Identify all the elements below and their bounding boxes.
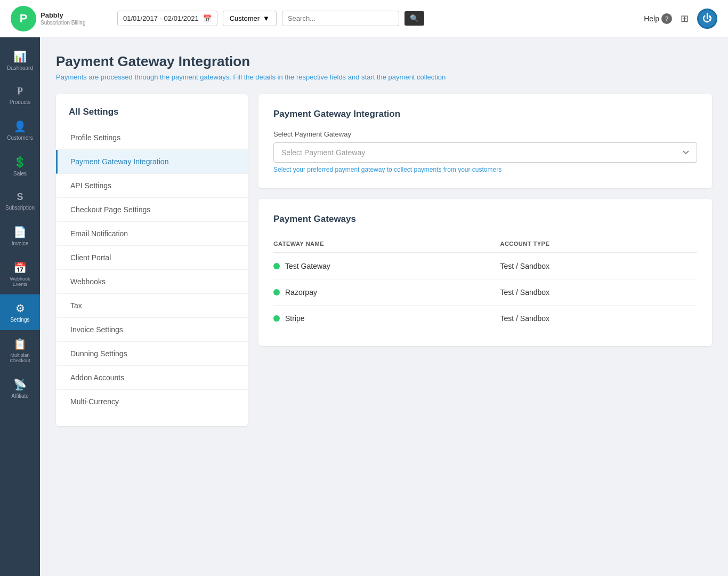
settings-menu-addon[interactable]: Addon Accounts (56, 366, 248, 390)
date-range-picker[interactable]: 01/01/2017 - 02/01/2021 📅 (117, 11, 217, 26)
customer-dropdown-label: Customer (230, 14, 260, 22)
search-icon: 🔍 (410, 14, 419, 22)
sidebar-item-multiplan[interactable]: 📋 Multiplan Checkout (0, 330, 40, 371)
subscription-icon: S (17, 191, 23, 203)
right-panels: Payment Gateway Integration Select Payme… (258, 94, 712, 346)
page-title: Payment Gateway Integration (56, 53, 712, 70)
settings-menu-email[interactable]: Email Notification (56, 222, 248, 246)
sidebar-item-webhook[interactable]: 📅 Webhook Events (0, 254, 40, 294)
webhook-icon: 📅 (13, 261, 27, 274)
dashboard-icon: 📊 (13, 50, 27, 63)
all-settings-panel: All Settings Profile Settings Payment Ga… (56, 94, 248, 426)
settings-menu-invoice[interactable]: Invoice Settings (56, 318, 248, 342)
subtitle-suffix: . Fill the details in the respective fie… (229, 73, 446, 81)
search-bar (282, 11, 399, 26)
settings-menu-checkout[interactable]: Checkout Page Settings (56, 198, 248, 222)
sidebar-item-subscription[interactable]: S Subscription (0, 184, 40, 218)
main-content: Payment Gateway Integration Payments are… (40, 37, 728, 576)
settings-menu-dunning[interactable]: Dunning Settings (56, 342, 248, 366)
gateway-name-cell: Stripe (273, 306, 500, 332)
header-controls: 01/01/2017 - 02/01/2021 📅 Customer ▼ 🔍 (117, 11, 644, 26)
sales-icon: 💲 (13, 156, 27, 169)
sidebar-item-dashboard[interactable]: 📊 Dashboard (0, 43, 40, 78)
gateway-name-test: Test Gateway (285, 262, 330, 270)
search-button[interactable]: 🔍 (405, 11, 424, 26)
top-header: P Pabbly Subscription Billing 01/01/2017… (0, 0, 728, 37)
date-range-value: 01/01/2017 - 02/01/2021 (123, 14, 199, 22)
sidebar-item-sales[interactable]: 💲 Sales (0, 148, 40, 184)
sidebar-item-products[interactable]: P Products (0, 78, 40, 113)
sidebar-label-webhook: Webhook Events (3, 276, 37, 287)
grid-icon[interactable]: ⊞ (681, 13, 689, 25)
customers-icon: 👤 (13, 120, 27, 133)
col-account-type: ACCOUNT TYPE (500, 235, 697, 253)
dropdown-arrow-icon: ▼ (263, 14, 270, 22)
table-row: Razorpay Test / Sandbox (273, 279, 697, 306)
settings-menu-currency[interactable]: Multi-Currency (56, 390, 248, 413)
account-type-test: Test / Sandbox (500, 253, 697, 279)
power-icon: ⏻ (702, 13, 712, 24)
select-gateway-hint: Select your preferred payment gateway to… (273, 166, 697, 173)
sidebar-label-multiplan: Multiplan Checkout (3, 353, 37, 363)
status-dot-stripe (273, 315, 280, 322)
header-right: Help ? ⊞ ⏻ (644, 9, 717, 29)
app-body: 📊 Dashboard P Products 👤 Customers 💲 Sal… (0, 37, 728, 576)
settings-menu-client-portal[interactable]: Client Portal (56, 246, 248, 270)
payment-gateways-title: Payment Gateways (273, 214, 697, 225)
affiliate-icon: 📡 (13, 378, 27, 391)
sidebar-item-affiliate[interactable]: 📡 Affiliate (0, 371, 40, 406)
sidebar-item-settings[interactable]: ⚙ Settings (0, 294, 40, 330)
select-gateway-label: Select Payment Gateway (273, 130, 697, 138)
invoice-icon: 📄 (13, 226, 27, 238)
sidebar-label-subscription: Subscription (5, 205, 35, 211)
select-gateway-dropdown[interactable]: Select Payment Gateway Stripe Razorpay P… (273, 142, 697, 163)
sidebar-label-invoice: Invoice (12, 241, 29, 246)
settings-menu-profile[interactable]: Profile Settings (56, 126, 248, 150)
logo-text-block: Pabbly Subscription Billing (41, 11, 86, 26)
account-type-stripe: Test / Sandbox (500, 306, 697, 332)
sidebar-label-affiliate: Affiliate (11, 393, 29, 399)
help-label: Help (644, 14, 659, 23)
payment-gateway-card: Payment Gateway Integration Select Payme… (258, 94, 712, 188)
sidebar-item-customers[interactable]: 👤 Customers (0, 113, 40, 148)
status-dot-test (273, 263, 280, 269)
content-grid: All Settings Profile Settings Payment Ga… (56, 94, 712, 426)
gateway-name-cell: Razorpay (273, 279, 500, 306)
table-row: Stripe Test / Sandbox (273, 306, 697, 332)
power-button[interactable]: ⏻ (697, 9, 717, 29)
settings-menu-tax[interactable]: Tax (56, 294, 248, 318)
all-settings-title: All Settings (56, 107, 248, 126)
sidebar-item-invoice[interactable]: 📄 Invoice (0, 218, 40, 254)
products-icon: P (17, 86, 23, 97)
sidebar-label-settings: Settings (10, 317, 29, 323)
payment-gateway-card-title: Payment Gateway Integration (273, 109, 697, 119)
status-dot-razorpay (273, 289, 280, 295)
account-type-razorpay: Test / Sandbox (500, 279, 697, 306)
subtitle-prefix: Payments are processed (56, 73, 134, 81)
logo-icon: P (11, 6, 36, 31)
search-input[interactable] (288, 14, 393, 22)
logo-subtitle: Subscription Billing (41, 20, 86, 26)
gateway-name-razorpay: Razorpay (285, 288, 317, 297)
help-icon: ? (661, 13, 672, 24)
settings-icon: ⚙ (15, 302, 25, 315)
sidebar-label-customers: Customers (7, 135, 33, 141)
settings-menu-api[interactable]: API Settings (56, 174, 248, 198)
logo-name: Pabbly (41, 11, 86, 20)
logo-area: P Pabbly Subscription Billing (11, 6, 117, 31)
table-header-row: GATEWAY NAME ACCOUNT TYPE (273, 235, 697, 253)
sidebar: 📊 Dashboard P Products 👤 Customers 💲 Sal… (0, 37, 40, 576)
settings-menu-payment-gateway[interactable]: Payment Gateway Integration (56, 150, 248, 174)
table-row: Test Gateway Test / Sandbox (273, 253, 697, 279)
settings-menu-webhooks[interactable]: Webhooks (56, 270, 248, 294)
payment-gateways-table-card: Payment Gateways GATEWAY NAME ACCOUNT TY… (258, 199, 712, 346)
calendar-icon: 📅 (203, 14, 212, 22)
gateway-name-cell: Test Gateway (273, 253, 500, 279)
page-header: Payment Gateway Integration Payments are… (56, 53, 712, 81)
page-subtitle: Payments are processed through the payme… (56, 73, 712, 81)
sidebar-label-dashboard: Dashboard (7, 65, 33, 71)
customer-dropdown[interactable]: Customer ▼ (223, 11, 277, 26)
gateway-table: GATEWAY NAME ACCOUNT TYPE Test Gateway (273, 235, 697, 331)
gateway-name-stripe: Stripe (285, 314, 305, 323)
help-button[interactable]: Help ? (644, 13, 672, 24)
